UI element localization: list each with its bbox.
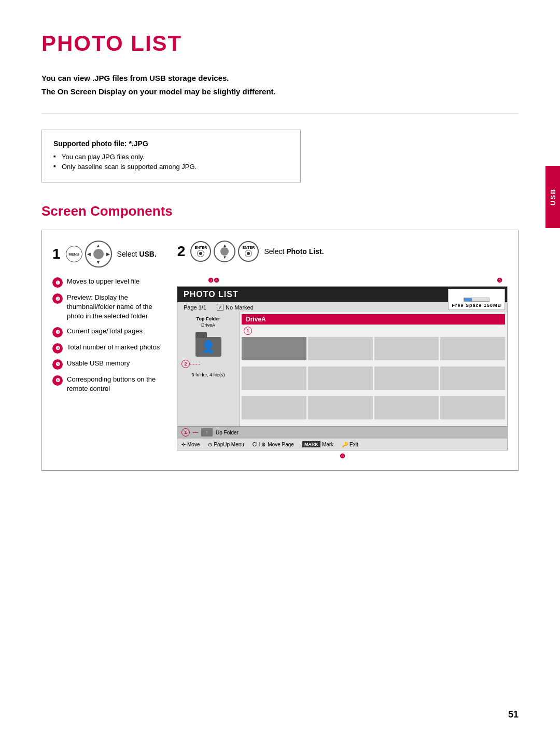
bottom-callout: ❻ — [177, 453, 508, 460]
step2-remote: ENTER ▲ ▼ ENTER — [190, 241, 259, 262]
page-info: Page 1/1 — [184, 304, 206, 311]
usb-icon: 🖹 — [456, 291, 461, 297]
ch-label: CH — [253, 442, 260, 447]
usb-free-text: Free Space 150MB — [452, 303, 501, 308]
grid-cell-9 — [242, 396, 306, 419]
section-divider — [41, 114, 519, 114]
step1-number: 1 — [52, 247, 61, 261]
callout-1-area: 1 — [244, 327, 505, 335]
callout-2-line — [190, 364, 200, 364]
up-folder-label: Up Folder — [216, 430, 239, 435]
move-label: Move — [187, 442, 200, 447]
bullet-3: ❸ — [52, 327, 63, 337]
top-callouts: ❸ ❹ ❺ — [177, 277, 508, 286]
annotation-text-4: Total number of marked photos — [67, 343, 160, 352]
footer-exit: 🔑 Exit — [342, 442, 358, 447]
ch-icon: ⚙ — [261, 442, 266, 447]
annotation-2: ❷ Preview: Display the thumbnail/folder … — [52, 293, 166, 321]
info-box: Supported photo file: *.JPG You can play… — [41, 130, 301, 182]
grid-cell-6 — [308, 367, 373, 390]
step1-block: 1 MENU ▲ ▼ ◀ ▶ — [52, 241, 157, 268]
dpad-right-arrow: ▶ — [106, 251, 110, 257]
callout-1-marker: 1 — [244, 327, 252, 335]
photo-grid — [242, 337, 505, 424]
footer-ch-move: CH ⚙ Move Page — [253, 442, 294, 447]
bullet-1: ❶ — [52, 277, 63, 288]
popup-circle-icon: ⊙ — [208, 442, 212, 447]
info-box-list: You can play JPG files only. Only baseli… — [53, 153, 289, 171]
callout-2-marker: 2 — [181, 360, 190, 368]
step2-block: 2 ENTER ▲ ▼ — [177, 241, 324, 262]
photo-ui-header: PHOTO LIST 🖹 USB Device Free Space 150MB — [177, 287, 507, 302]
callout-1-line — [193, 432, 198, 433]
move-arrows-icon: ✛ — [181, 442, 186, 447]
side-tab-label: USB — [549, 188, 557, 205]
annotation-text-6: Corresponding buttons on the remote cont… — [67, 375, 166, 393]
subtitle-line1: You can view .JPG files from USB storage… — [41, 72, 519, 85]
footer-move: ✛ Move — [181, 442, 200, 447]
page-number: 51 — [508, 709, 519, 720]
annotation-6: ❻ Corresponding buttons on the remote co… — [52, 375, 166, 393]
usb-label: 🖹 USB Device — [456, 291, 497, 297]
enter-inner-2 — [245, 250, 252, 257]
steps-row: 1 MENU ▲ ▼ ◀ ▶ — [52, 241, 508, 268]
step2-number: 2 — [177, 244, 186, 259]
step1-remote: MENU ▲ ▼ ◀ ▶ — [66, 241, 112, 268]
callout-5: ❺ — [497, 277, 502, 284]
grid-cell-10 — [308, 396, 373, 419]
footer-popup: ⊙ PopUp Menu — [208, 442, 244, 447]
callout-3: ❸ — [208, 277, 214, 284]
usb-device-box: 🖹 USB Device Free Space 150MB — [448, 289, 505, 310]
annotation-5: ❺ Usable USB memory — [52, 359, 166, 370]
enter-inner-1 — [197, 250, 204, 257]
info-item-1: You can play JPG files only. — [53, 153, 289, 161]
info-box-title: Supported photo file: *.JPG — [53, 139, 289, 148]
dpad-left-arrow: ◀ — [87, 251, 91, 257]
dpad-up-2: ▲ — [222, 243, 227, 248]
footer-mark: MARK Mark — [302, 441, 333, 447]
step1-label: Select USB. — [117, 250, 157, 258]
bullet-6: ❻ — [52, 375, 63, 386]
usb-device-text: USB Device — [463, 291, 497, 297]
dpad-arrows: ▲ ▼ ◀ ▶ — [86, 242, 111, 266]
move-page-label: Move Page — [268, 442, 294, 447]
dpad-icon: ▲ ▼ ◀ ▶ — [85, 241, 112, 268]
photo-list-title: PHOTO LIST — [184, 290, 239, 299]
grid-panel: DriveA 1 — [240, 312, 507, 426]
info-item-2: Only baseline scan is supported among JP… — [53, 163, 289, 171]
folder-item: 👤 — [181, 332, 235, 357]
checkbox-icon: ✓ — [217, 304, 223, 311]
annotation-text-2: Preview: Display the thumbnail/folder na… — [67, 293, 166, 321]
photo-ui: PHOTO LIST 🖹 USB Device Free Space 150MB — [177, 286, 508, 451]
bullet-4: ❹ — [52, 343, 63, 354]
grid-cell-5 — [242, 367, 306, 390]
up-folder-bar: 1 ↑ Up Folder — [177, 426, 507, 438]
dpad-arrows-2: ▲ ▼ — [215, 242, 234, 261]
grid-cell-3 — [374, 337, 439, 360]
grid-cell-2 — [308, 337, 373, 360]
page-container: USB PHOTO LIST You can view .JPG files f… — [0, 0, 560, 746]
annotation-text-3: Current page/Total pages — [67, 327, 143, 336]
enter-button-2-icon: ENTER — [238, 241, 259, 262]
callout-2-area: 2 — [181, 360, 235, 368]
usb-bar — [464, 298, 489, 302]
folder-count: 0 folder, 4 file(s) — [181, 372, 235, 377]
drive-name-label: DriveA — [181, 322, 235, 328]
annotation-1: ❶ Moves to upper level file — [52, 277, 166, 288]
section-title: Screen Components — [41, 203, 519, 219]
folder-shape: 👤 — [195, 337, 221, 357]
exit-icon: 🔑 — [342, 442, 348, 447]
annotation-text-5: Usable USB memory — [67, 359, 130, 368]
usb-bar-fill — [464, 298, 471, 301]
dpad-down-arrow: ▼ — [96, 260, 101, 265]
callout-1-bottom: 1 — [181, 428, 190, 437]
subtitle-block: You can view .JPG files from USB storage… — [41, 72, 519, 98]
step2-label: Select Photo List. — [264, 247, 324, 256]
annotation-text-1: Moves to upper level file — [67, 277, 139, 286]
mark-badge: MARK — [302, 441, 320, 447]
up-folder-icon: ↑ — [201, 428, 213, 437]
step1-bold: USB. — [139, 250, 156, 258]
grid-cell-11 — [374, 396, 439, 419]
callout-4: ❹ — [214, 277, 219, 284]
bullet-5: ❺ — [52, 359, 63, 370]
